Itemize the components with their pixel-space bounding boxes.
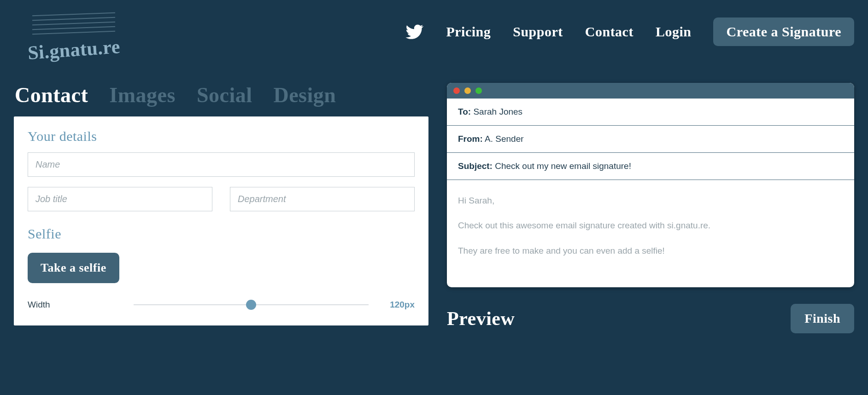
section-your-details: Your details	[28, 128, 415, 144]
preview-bar: Preview Finish	[447, 304, 854, 333]
department-field[interactable]	[230, 187, 415, 211]
preview-line2: Check out this awesome email signature c…	[458, 219, 843, 232]
preview-from-value: A. Sender	[485, 134, 524, 144]
window-max-dot	[475, 87, 482, 94]
preview-window: To: Sarah Jones From: A. Sender Subject:…	[447, 83, 854, 287]
logo-lines	[32, 14, 115, 37]
nav-contact[interactable]: Contact	[585, 24, 633, 40]
header: Si.gnatu.re Pricing Support Contact Logi…	[0, 0, 868, 74]
width-slider[interactable]	[134, 304, 369, 305]
nav-support[interactable]: Support	[513, 24, 563, 40]
editor-tabs: Contact Images Social Design	[14, 83, 428, 107]
width-value: 120px	[382, 300, 415, 310]
twitter-link[interactable]	[405, 23, 424, 41]
logo[interactable]: Si.gnatu.re	[14, 9, 134, 69]
editor-column: Contact Images Social Design Your detail…	[14, 83, 428, 333]
section-selfie: Selfie	[28, 226, 415, 242]
nav-login[interactable]: Login	[656, 24, 692, 40]
preview-content: Hi Sarah, Check out this awesome email s…	[447, 180, 854, 287]
preview-subject-value: Check out my new email signature!	[495, 161, 631, 171]
preview-titlebar	[447, 83, 854, 99]
tab-social[interactable]: Social	[197, 83, 252, 107]
preview-column: To: Sarah Jones From: A. Sender Subject:…	[447, 83, 854, 333]
preview-to-row: To: Sarah Jones	[447, 99, 854, 126]
nav-pricing[interactable]: Pricing	[446, 24, 491, 40]
top-nav: Pricing Support Contact Login Create a S…	[405, 9, 854, 46]
preview-line3: They are free to make and you can even a…	[458, 244, 843, 258]
tab-images[interactable]: Images	[109, 83, 176, 107]
preview-to-value: Sarah Jones	[473, 107, 522, 116]
preview-to-label: To:	[458, 107, 471, 116]
logo-text: Si.gnatu.re	[27, 35, 121, 64]
tab-design[interactable]: Design	[273, 83, 336, 107]
window-min-dot	[464, 87, 471, 94]
preview-from-label: From:	[458, 134, 483, 144]
jobtitle-field[interactable]	[28, 187, 212, 211]
main: Contact Images Social Design Your detail…	[0, 74, 868, 333]
twitter-icon	[405, 23, 424, 41]
finish-button[interactable]: Finish	[791, 304, 854, 333]
tab-contact[interactable]: Contact	[15, 83, 88, 107]
preview-body: To: Sarah Jones From: A. Sender Subject:…	[447, 99, 854, 287]
preview-from-row: From: A. Sender	[447, 126, 854, 153]
width-slider-row: Width 120px	[28, 300, 415, 310]
preview-line1: Hi Sarah,	[458, 194, 843, 208]
name-field[interactable]	[28, 152, 415, 177]
preview-subject-label: Subject:	[458, 161, 493, 171]
preview-title: Preview	[447, 308, 515, 330]
window-close-dot	[453, 87, 460, 94]
preview-subject-row: Subject: Check out my new email signatur…	[447, 153, 854, 180]
take-selfie-button[interactable]: Take a selfie	[28, 253, 119, 283]
create-signature-button[interactable]: Create a Signature	[713, 17, 854, 46]
width-label: Width	[28, 300, 120, 310]
form-panel: Your details Selfie Take a selfie Width …	[14, 116, 428, 325]
